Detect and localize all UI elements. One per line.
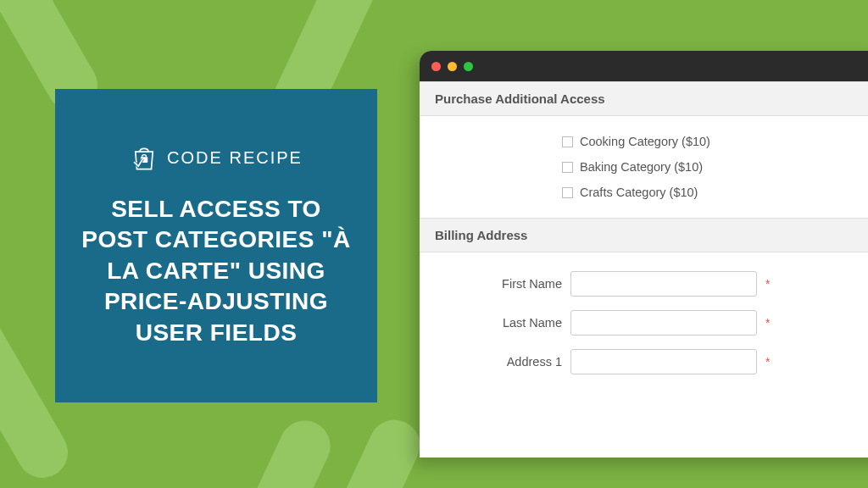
field-first-name: First Name *: [435, 271, 868, 297]
section-header-purchase: Purchase Additional Access: [420, 81, 868, 116]
address1-input[interactable]: [570, 349, 757, 374]
option-cooking[interactable]: Cooking Category ($10): [562, 135, 868, 148]
billing-fields: First Name * Last Name * Address 1 *: [420, 252, 868, 407]
shopping-bag-lock-icon: [130, 143, 159, 172]
checkbox-icon[interactable]: [562, 136, 573, 147]
first-name-label: First Name: [435, 277, 562, 291]
form-area: Purchase Additional Access Cooking Categ…: [420, 81, 868, 407]
section-header-billing: Billing Address: [420, 218, 868, 252]
checkbox-icon[interactable]: [562, 162, 573, 173]
window-maximize-icon: [464, 62, 473, 71]
browser-window: Purchase Additional Access Cooking Categ…: [420, 51, 868, 458]
purchase-options: Cooking Category ($10) Baking Category (…: [420, 116, 868, 218]
address1-label: Address 1: [435, 355, 562, 369]
logo-row: CODE RECIPE: [130, 143, 303, 172]
checkbox-icon[interactable]: [562, 187, 573, 198]
required-mark-icon: *: [765, 355, 770, 369]
required-mark-icon: *: [765, 316, 770, 330]
logo-text: CODE RECIPE: [167, 148, 303, 168]
last-name-input[interactable]: [570, 310, 757, 336]
window-minimize-icon: [448, 62, 457, 71]
bg-decoration: [318, 412, 428, 488]
headline: SELL ACCESS TO POST CATEGORIES "À LA CAR…: [79, 194, 353, 348]
required-mark-icon: *: [765, 277, 770, 291]
option-label: Crafts Category ($10): [580, 186, 698, 199]
bg-decoration: [221, 413, 339, 488]
first-name-input[interactable]: [570, 271, 757, 297]
promo-card: CODE RECIPE SELL ACCESS TO POST CATEGORI…: [55, 89, 377, 402]
field-address-1: Address 1 *: [435, 349, 868, 374]
option-label: Cooking Category ($10): [580, 135, 710, 148]
option-label: Baking Category ($10): [580, 160, 703, 174]
window-titlebar: [420, 51, 868, 81]
last-name-label: Last Name: [435, 316, 562, 330]
option-baking[interactable]: Baking Category ($10): [562, 160, 868, 174]
field-last-name: Last Name *: [435, 310, 868, 336]
option-crafts[interactable]: Crafts Category ($10): [562, 186, 868, 199]
window-close-icon: [431, 62, 441, 71]
